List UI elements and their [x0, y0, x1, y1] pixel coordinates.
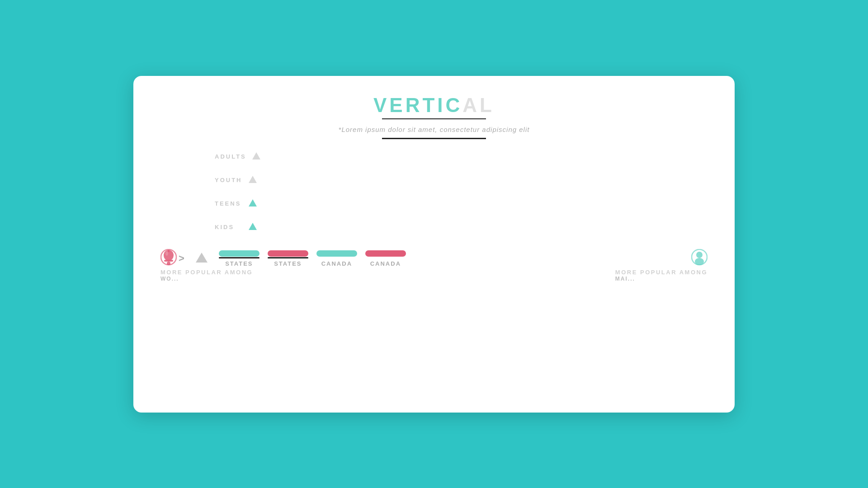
- adults-row: ADULTS: [215, 152, 261, 162]
- popular-left-line2: WO...: [160, 276, 253, 282]
- svg-marker-11: [249, 199, 257, 206]
- legend-states-teal-label: STATES: [225, 260, 253, 267]
- popular-left-line1: MORE POPULAR AMONG: [160, 269, 253, 276]
- youth-row: YOUTH: [215, 175, 257, 185]
- legend-canada-red: CANADA: [365, 250, 406, 267]
- left-bell-icon: [160, 249, 177, 268]
- legend-canada-teal: CANADA: [316, 250, 357, 267]
- age-rows-area: ADULTS YOUTH TEENS KIDS: [160, 152, 708, 246]
- adults-triangle: [252, 152, 261, 162]
- svg-marker-10: [249, 176, 257, 183]
- title-section: VERTICAL *Lorem ipsum dolor sit amet, co…: [160, 94, 708, 147]
- right-person-icon: [691, 249, 708, 268]
- content-area: MORE POPULAR AMONG WO... MORE POPULAR AM…: [160, 152, 708, 394]
- legend-states-red-label: STATES: [274, 260, 302, 267]
- popular-right-block: MORE POPULAR AMONG MAI...: [615, 269, 708, 282]
- legend-items: STATES STATES: [219, 250, 406, 267]
- svg-marker-12: [249, 223, 257, 230]
- second-underline: [382, 138, 486, 139]
- kids-triangle: [248, 222, 257, 232]
- legend-canada-teal-label: CANADA: [321, 260, 352, 267]
- svg-point-4: [165, 251, 168, 256]
- legend-states-red: STATES: [268, 250, 308, 267]
- teens-label: TEENS: [215, 200, 243, 207]
- teens-triangle: [248, 199, 257, 209]
- legend-states-teal: STATES: [219, 250, 259, 267]
- legend-canada-red-label: CANADA: [370, 260, 401, 267]
- svg-point-6: [696, 252, 703, 258]
- svg-rect-1: [164, 260, 173, 262]
- adults-label: ADULTS: [215, 153, 246, 160]
- svg-rect-2: [168, 250, 170, 252]
- subtitle: *Lorem ipsum dolor sit amet, consectetur…: [339, 126, 530, 133]
- svg-marker-9: [252, 152, 260, 160]
- youth-label: YOUTH: [215, 177, 243, 183]
- title-underline: [382, 118, 486, 120]
- youth-triangle: [248, 175, 257, 185]
- teens-row: TEENS: [215, 199, 257, 209]
- arrow-label: >: [179, 253, 184, 264]
- page-title: VERTICAL: [373, 94, 495, 118]
- main-window: VERTICAL *Lorem ipsum dolor sit amet, co…: [133, 76, 735, 413]
- popular-right-line2: MAI...: [615, 276, 708, 282]
- kids-label: KIDS: [215, 224, 243, 230]
- popular-left-block: MORE POPULAR AMONG WO...: [160, 269, 253, 282]
- popular-right-line1: MORE POPULAR AMONG: [615, 269, 708, 276]
- kids-row: KIDS: [215, 222, 257, 232]
- svg-marker-13: [196, 253, 208, 263]
- bottom-row: > STATES: [160, 250, 708, 267]
- bottom-triangle-icon: [195, 252, 208, 265]
- bottom-section: > STATES: [160, 250, 708, 267]
